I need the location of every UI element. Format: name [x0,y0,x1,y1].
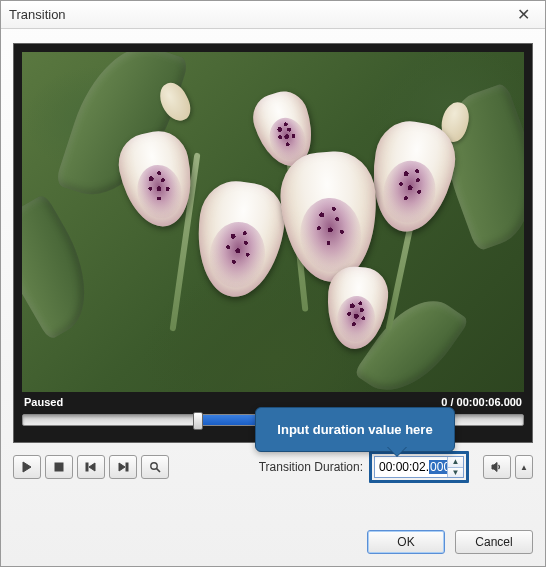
close-button[interactable]: ✕ [509,5,537,25]
zoom-button[interactable] [141,455,169,479]
hint-callout: Input duration value here [255,407,455,452]
transition-dialog: Transition ✕ Paused 0 / 00: [0,0,546,567]
svg-rect-1 [86,463,88,471]
volume-menu-button[interactable]: ▲ [515,455,533,479]
skip-forward-icon [117,461,129,473]
duration-highlight: 00:00:02.000 ▲ ▼ [369,451,469,483]
playback-state: Paused [24,396,63,408]
spin-buttons: ▲ ▼ [447,457,463,477]
ok-button[interactable]: OK [367,530,445,554]
speaker-icon [491,461,503,473]
prev-frame-button[interactable] [77,455,105,479]
svg-rect-0 [55,463,63,471]
seek-bar-thumb[interactable] [193,412,203,430]
play-icon [21,461,33,473]
stop-icon [53,461,65,473]
chevron-up-icon: ▲ [520,463,528,472]
next-frame-button[interactable] [109,455,137,479]
video-preview[interactable] [22,52,524,392]
preview-panel: Paused 0 / 00:00:06.000 [13,43,533,443]
duration-label: Transition Duration: [259,460,363,474]
stop-button[interactable] [45,455,73,479]
magnifier-icon [149,461,161,473]
duration-input[interactable]: 00:00:02.000 [375,457,447,477]
window-title: Transition [9,7,66,22]
spin-down-button[interactable]: ▼ [448,468,463,478]
skip-back-icon [85,461,97,473]
dialog-footer: OK Cancel [1,522,545,566]
spin-up-button[interactable]: ▲ [448,457,463,468]
close-icon: ✕ [517,7,530,23]
titlebar: Transition ✕ [1,1,545,29]
cancel-button[interactable]: Cancel [455,530,533,554]
svg-rect-2 [126,463,128,471]
duration-group: Transition Duration: 00:00:02.000 ▲ ▼ [259,451,469,483]
volume-group: ▲ [483,455,533,479]
playback-time: 0 / 00:00:06.000 [441,396,522,408]
svg-line-4 [157,469,160,472]
chevron-up-icon: ▲ [452,457,460,466]
hint-text: Input duration value here [277,422,432,437]
play-button[interactable] [13,455,41,479]
content-area: Paused 0 / 00:00:06.000 [1,29,545,522]
chevron-down-icon: ▼ [452,468,460,477]
volume-button[interactable] [483,455,511,479]
playback-status-row: Paused 0 / 00:00:06.000 [22,392,524,408]
svg-point-3 [151,463,157,469]
